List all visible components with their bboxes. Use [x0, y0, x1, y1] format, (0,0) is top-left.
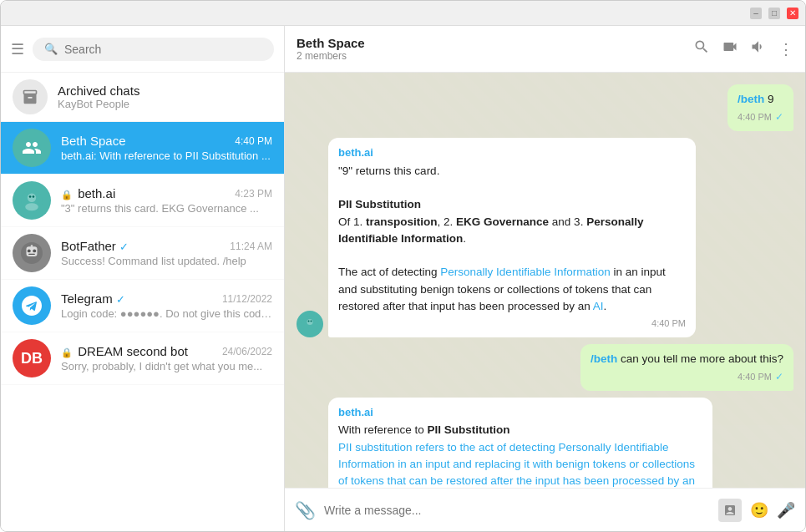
msg-time-1: 4:40 PM: [738, 110, 772, 124]
message-row-2: beth.ai "9" returns this card. PII Subst…: [297, 138, 793, 337]
minimize-button[interactable]: –: [750, 8, 762, 19]
svg-point-8: [33, 249, 36, 252]
video-call-button[interactable]: [722, 38, 738, 59]
chat-time-beth-space: 4:40 PM: [235, 135, 272, 147]
check-icon-3: ✓: [775, 369, 783, 384]
svg-point-2: [25, 203, 38, 210]
search-input[interactable]: [64, 43, 262, 56]
sidebar: ☰ 🔍 Archived chats KayBot People: [1, 26, 285, 531]
sidebar-header: ☰ 🔍: [1, 26, 284, 73]
chat-time-botfather: 11:24 AM: [230, 241, 272, 252]
svg-point-14: [311, 320, 312, 322]
check-icon-1: ✓: [775, 109, 783, 124]
avatar-beth-ai: [13, 181, 51, 220]
sticker-button[interactable]: [718, 499, 742, 522]
svg-point-12: [307, 319, 313, 325]
message-row-4: beth.ai With reference to PII Substituti…: [297, 398, 793, 488]
verified-icon-telegram: ✓: [116, 293, 125, 306]
attach-button[interactable]: 📎: [295, 500, 316, 520]
chat-preview-beth-ai: "3" returns this card. EKG Governance ..…: [61, 202, 272, 215]
bubble-sender-4: beth.ai: [338, 404, 702, 421]
archived-title: Archived chats: [58, 84, 272, 98]
header-icons: ⋮: [693, 38, 793, 59]
chat-list: Beth Space 4:40 PM beth.ai: With referen…: [1, 122, 284, 531]
message-row-1: /beth 9 4:40 PM ✓: [297, 84, 793, 131]
bubble-1: /beth 9 4:40 PM ✓: [727, 84, 793, 131]
chat-header-members: 2 members: [297, 50, 685, 62]
chat-item-beth-ai[interactable]: 🔒 beth.ai 4:23 PM "3" returns this card.…: [1, 175, 284, 227]
avatar-msg-2: [297, 311, 323, 337]
verified-icon-botfather: ✓: [119, 241, 129, 253]
emoji-button[interactable]: 🙂: [750, 501, 768, 519]
title-bar: – □ ✕: [1, 1, 805, 26]
chat-name-beth-space: Beth Space: [61, 134, 126, 148]
chat-item-dream[interactable]: DB 🔒 DREAM second bot 24/06/2022 Sorry, …: [1, 332, 284, 385]
chat-preview-botfather: Success! Command list updated. /help: [61, 255, 272, 267]
lock-icon-beth-ai: 🔒: [61, 190, 73, 200]
menu-icon[interactable]: ☰: [11, 40, 24, 58]
chat-area: Beth Space 2 members ⋮: [285, 26, 805, 531]
mute-button[interactable]: [750, 38, 767, 59]
svg-point-1: [28, 194, 36, 202]
lock-icon-dream: 🔒: [61, 347, 73, 357]
avatar-telegram: [13, 286, 51, 325]
bubble-3: /beth can you tell me more about this? 4…: [580, 344, 793, 391]
search-icon: 🔍: [44, 43, 58, 55]
svg-point-7: [28, 249, 31, 252]
chat-info-beth-space: Beth Space 4:40 PM beth.ai: With referen…: [61, 134, 272, 162]
archived-text: Archived chats KayBot People: [58, 84, 272, 110]
bubble-2: beth.ai "9" returns this card. PII Subst…: [328, 138, 696, 337]
avatar-beth-space: [13, 129, 51, 167]
chat-info-telegram: Telegram ✓ 11/12/2022 Login code: ●●●●●●…: [61, 291, 272, 320]
search-box[interactable]: 🔍: [33, 38, 274, 61]
archived-icon: [13, 79, 48, 114]
msg-time-3: 4:40 PM: [738, 370, 772, 384]
bubble-sender-2: beth.ai: [338, 144, 686, 161]
input-area: 📎 🙂 🎤: [285, 488, 805, 531]
more-options-button[interactable]: ⋮: [778, 40, 793, 58]
archived-chats-row[interactable]: Archived chats KayBot People: [1, 73, 284, 122]
message-row-3: /beth can you tell me more about this? 4…: [297, 344, 793, 391]
chat-info-beth-ai: 🔒 beth.ai 4:23 PM "3" returns this card.…: [61, 186, 272, 215]
avatar-dream: DB: [13, 339, 51, 377]
chat-time-dream: 24/06/2022: [222, 346, 272, 357]
close-button[interactable]: ✕: [787, 8, 798, 19]
archived-sub: KayBot People: [58, 98, 272, 110]
message-input[interactable]: [324, 504, 710, 517]
chat-name-dream: 🔒 DREAM second bot: [61, 344, 188, 358]
chat-header-name: Beth Space: [297, 36, 685, 50]
svg-point-3: [29, 195, 32, 198]
svg-rect-10: [31, 245, 33, 247]
messages-area: /beth 9 4:40 PM ✓: [285, 73, 805, 488]
voice-button[interactable]: 🎤: [777, 501, 795, 519]
chat-info-dream: 🔒 DREAM second bot 24/06/2022 Sorry, pro…: [61, 344, 272, 372]
chat-item-telegram[interactable]: Telegram ✓ 11/12/2022 Login code: ●●●●●●…: [1, 280, 284, 332]
svg-point-13: [308, 320, 310, 322]
chat-time-telegram: 11/12/2022: [222, 293, 272, 305]
search-chat-button[interactable]: [693, 38, 710, 59]
svg-point-4: [33, 195, 35, 198]
avatar-botfather: [13, 234, 51, 272]
bubble-4: beth.ai With reference to PII Substituti…: [328, 398, 712, 488]
chat-header: Beth Space 2 members ⋮: [285, 26, 805, 73]
msg-text-4: With reference to PII Substitution PII s…: [338, 422, 702, 488]
input-right-icons: 🙂 🎤: [718, 499, 795, 522]
msg-text-3: /beth can you tell me more about this?: [591, 351, 783, 367]
chat-preview-beth-space: beth.ai: With reference to PII Substitut…: [61, 149, 272, 162]
chat-item-beth-space[interactable]: Beth Space 4:40 PM beth.ai: With referen…: [1, 122, 284, 175]
msg-time-2: 4:40 PM: [651, 317, 686, 331]
chat-info-botfather: BotFather ✓ 11:24 AM Success! Command li…: [61, 239, 272, 267]
chat-header-info: Beth Space 2 members: [297, 36, 685, 62]
maximize-button[interactable]: □: [768, 8, 780, 19]
svg-rect-9: [28, 254, 35, 255]
chat-preview-telegram: Login code: ●●●●●●. Do not give this cod…: [61, 307, 272, 320]
chat-item-botfather[interactable]: BotFather ✓ 11:24 AM Success! Command li…: [1, 227, 284, 280]
chat-name-beth-ai: 🔒 beth.ai: [61, 186, 115, 200]
msg-text-1: /beth 9: [738, 91, 783, 108]
chat-name-botfather: BotFather ✓: [61, 239, 129, 253]
chat-name-telegram: Telegram ✓: [61, 291, 125, 306]
msg-text-2: "9" returns this card. PII Substitution …: [338, 163, 686, 315]
chat-preview-dream: Sorry, probably, I didn't get what you m…: [61, 360, 272, 372]
chat-time-beth-ai: 4:23 PM: [235, 188, 272, 200]
